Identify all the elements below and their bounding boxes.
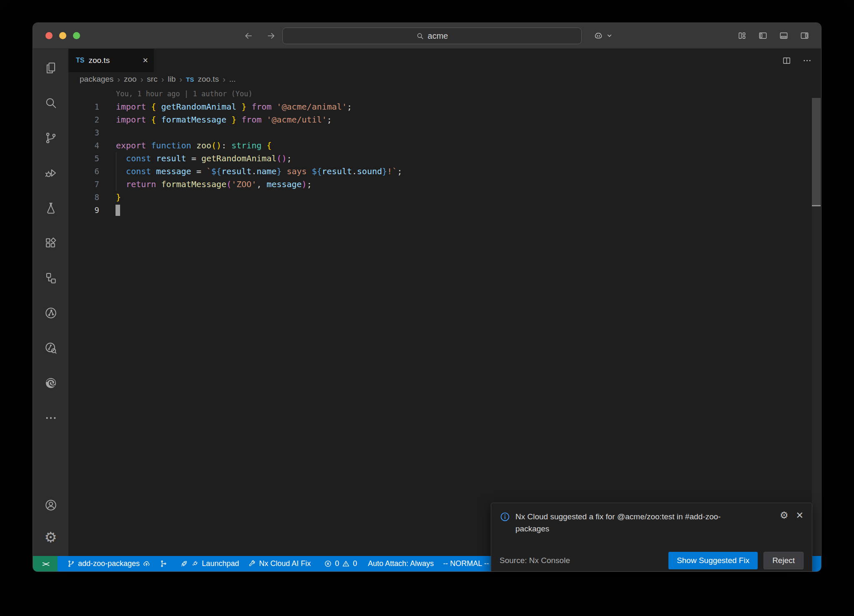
code-line-3[interactable]: 3: [68, 126, 821, 139]
code-line-5[interactable]: 5 const result = getRandomAnimal();: [68, 152, 821, 165]
toggle-secondary-sidebar-icon[interactable]: [800, 31, 809, 40]
activity-bar-item-more[interactable]: [44, 411, 58, 426]
line-content: [110, 126, 116, 139]
show-suggested-fix-button[interactable]: Show Suggested Fix: [668, 552, 758, 569]
status-item-problems[interactable]: 00: [319, 556, 362, 571]
line-number[interactable]: 4: [68, 139, 110, 152]
activity-bar-item-edge-browser[interactable]: [44, 376, 58, 391]
breadcrumb-item-src[interactable]: src: [147, 75, 157, 84]
code-line-7[interactable]: 7 return formatMessage('ZOO', message);: [68, 178, 821, 191]
line-content: import { getRandomAnimal } from '@acme/a…: [110, 100, 352, 113]
activity-bar-item-explorer[interactable]: [44, 61, 58, 76]
testing-icon: [44, 201, 58, 215]
status-item-label: 0: [353, 559, 357, 568]
breadcrumb-overflow[interactable]: ...: [229, 75, 236, 84]
status-item-label: Auto Attach: Always: [368, 559, 434, 568]
edge-browser-icon: [44, 376, 58, 390]
line-content: import { formatMessage } from '@acme/uti…: [110, 113, 332, 126]
line-content: [110, 204, 116, 217]
commit-graph-icon: [160, 560, 168, 568]
code-line-9[interactable]: 9: [68, 204, 821, 217]
split-editor-icon[interactable]: [782, 56, 791, 65]
line-number[interactable]: 7: [68, 178, 110, 191]
breadcrumb-item-file[interactable]: zoo.ts: [198, 75, 219, 84]
line-number[interactable]: 9: [68, 204, 110, 217]
status-item-label: ><: [42, 560, 48, 568]
code-line-4[interactable]: 4export function zoo(): string {: [68, 139, 821, 152]
title-bar[interactable]: acme: [33, 23, 821, 49]
status-item-launchpad[interactable]: Launchpad: [176, 556, 244, 571]
minimize-window-button[interactable]: [59, 32, 66, 39]
line-number[interactable]: 2: [68, 113, 110, 126]
wrench-icon: [248, 560, 256, 568]
notification-settings-gear-icon[interactable]: ⚙: [780, 511, 789, 520]
editor-scrollbar[interactable]: [812, 98, 821, 556]
status-item-auto-attach[interactable]: Auto Attach: Always: [363, 556, 438, 571]
breadcrumb: packages›zoo›src›lib›TSzoo.ts›...: [68, 72, 821, 86]
activity-bar-item-hierarchy[interactable]: [44, 271, 58, 286]
breadcrumb-item-lib[interactable]: lib: [168, 75, 176, 84]
forward-arrow-icon[interactable]: [266, 31, 276, 41]
status-item-nx-cloud-ai-fix[interactable]: Nx Cloud AI Fix: [244, 556, 315, 571]
tab-bar: TS zoo.ts ×: [68, 49, 821, 72]
back-arrow-icon[interactable]: [244, 31, 254, 41]
customize-layout-icon[interactable]: [737, 31, 747, 40]
line-number[interactable]: 8: [68, 191, 110, 204]
scrollbar-thumb[interactable]: [812, 98, 821, 205]
accounts-icon: [44, 498, 58, 512]
line-number[interactable]: 5: [68, 152, 110, 165]
more-icon: [44, 411, 58, 425]
breadcrumb-separator: ›: [141, 75, 143, 84]
tab-label: zoo.ts: [88, 56, 138, 65]
code-line-2[interactable]: 2import { formatMessage } from '@acme/ut…: [68, 113, 821, 126]
code-editor[interactable]: You, 1 hour ago | 1 author (You) 1import…: [68, 86, 821, 556]
activity-bar-item-search[interactable]: [44, 96, 58, 111]
typescript-file-icon: TS: [76, 57, 84, 64]
activity-bar-item-accounts[interactable]: [44, 498, 58, 513]
line-number[interactable]: 3: [68, 126, 110, 139]
line-content: const message = `${result.name} says ${r…: [110, 165, 402, 178]
reject-button[interactable]: Reject: [764, 552, 804, 569]
breadcrumb-item-packages[interactable]: packages: [80, 75, 113, 84]
activity-bar-item-nx-cloud[interactable]: [44, 341, 58, 356]
code-line-8[interactable]: 8}: [68, 191, 821, 204]
status-item-git-branch[interactable]: add-zoo-packages: [63, 556, 155, 571]
line-content: const result = getRandomAnimal();: [110, 152, 292, 165]
command-center-search[interactable]: acme: [282, 28, 582, 44]
search-value: acme: [428, 31, 448, 41]
code-line-1[interactable]: 1import { getRandomAnimal } from '@acme/…: [68, 100, 821, 113]
more-actions-icon[interactable]: [802, 56, 812, 65]
notification-close-icon[interactable]: ✕: [796, 511, 804, 520]
breadcrumb-item-zoo[interactable]: zoo: [124, 75, 137, 84]
overview-ruler-cursor-marker: [812, 205, 821, 206]
activity-bar-item-testing[interactable]: [44, 201, 58, 216]
explorer-icon: [44, 61, 58, 75]
tab-zoo-ts[interactable]: TS zoo.ts ×: [68, 49, 154, 72]
toggle-panel-icon[interactable]: [779, 31, 789, 40]
line-number[interactable]: 6: [68, 165, 110, 178]
activity-bar-item-run-and-debug[interactable]: [44, 166, 58, 181]
error-circle-icon: [324, 560, 332, 568]
activity-bar-item-settings[interactable]: ⚙: [44, 530, 57, 544]
close-tab-icon[interactable]: ×: [143, 56, 148, 65]
typescript-file-icon: TS: [186, 76, 194, 83]
activity-bar-item-extensions[interactable]: [44, 236, 58, 251]
zoom-window-button[interactable]: [73, 32, 80, 39]
copilot-menu[interactable]: [593, 23, 613, 48]
toggle-primary-sidebar-icon[interactable]: [758, 31, 768, 40]
info-icon: [500, 511, 510, 522]
status-item-commit-graph[interactable]: [155, 556, 172, 571]
line-number[interactable]: 1: [68, 100, 110, 113]
nx-console-icon: [44, 306, 58, 320]
status-item-vim-mode[interactable]: -- NORMAL --: [438, 556, 493, 571]
rocket-icon: [180, 560, 188, 568]
cloud-upload-icon: [143, 560, 151, 568]
activity-bar: ⚙: [33, 49, 68, 556]
activity-bar-item-source-control[interactable]: [44, 131, 58, 146]
code-line-6[interactable]: 6 const message = `${result.name} says $…: [68, 165, 821, 178]
status-item-remote-indicator[interactable]: ><: [33, 556, 58, 571]
status-item-label: Launchpad: [202, 559, 239, 568]
line-content: }: [110, 191, 121, 204]
close-window-button[interactable]: [45, 32, 53, 39]
activity-bar-item-nx-console[interactable]: [44, 306, 58, 321]
